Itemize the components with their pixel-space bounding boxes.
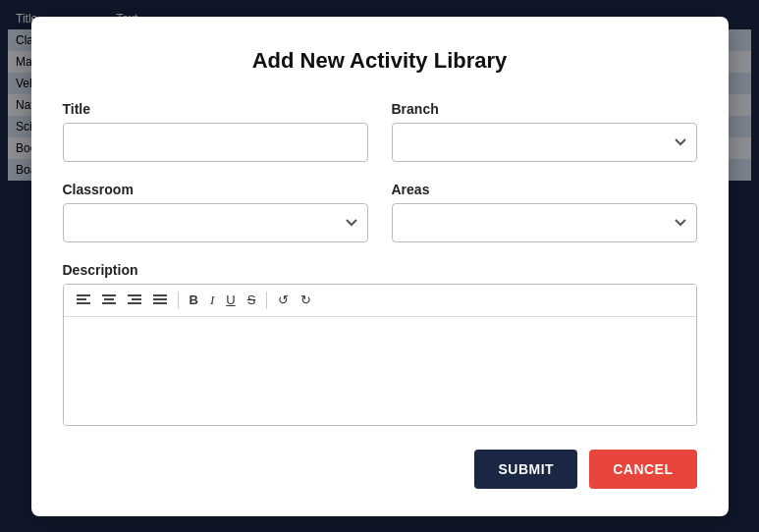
modal-overlay: Add New Activity Library Title Branch Cl… (0, 0, 759, 532)
description-label: Description (63, 262, 697, 278)
title-input[interactable] (63, 123, 368, 162)
submit-button[interactable]: SUBMIT (474, 450, 577, 489)
undo-button[interactable]: ↺ (273, 291, 294, 309)
toolbar-separator-2 (266, 292, 267, 309)
title-label: Title (63, 101, 368, 117)
areas-label: Areas (392, 182, 697, 197)
align-left-button[interactable] (72, 291, 95, 310)
form-row-classroom-areas: Classroom Areas (63, 182, 697, 242)
add-activity-library-modal: Add New Activity Library Title Branch Cl… (31, 17, 729, 516)
description-editor-wrapper: B I U S ↺ ↻ (63, 284, 697, 426)
modal-footer: SUBMIT CANCEL (63, 450, 697, 489)
classroom-select[interactable] (63, 203, 368, 242)
align-right-button[interactable] (123, 291, 146, 310)
areas-select[interactable] (392, 203, 697, 242)
form-row-title-branch: Title Branch (63, 101, 697, 162)
italic-button[interactable]: I (205, 291, 219, 309)
description-section: Description (63, 262, 697, 426)
modal-title: Add New Activity Library (63, 48, 697, 74)
align-justify-button[interactable] (148, 291, 172, 310)
form-group-title: Title (63, 101, 368, 162)
form-group-branch: Branch (392, 101, 697, 162)
redo-button[interactable]: ↻ (296, 291, 316, 309)
branch-label: Branch (392, 101, 697, 117)
align-center-button[interactable] (97, 291, 121, 310)
classroom-label: Classroom (63, 182, 368, 197)
branch-select[interactable] (392, 123, 697, 162)
editor-toolbar: B I U S ↺ ↻ (64, 285, 696, 317)
bold-button[interactable]: B (185, 291, 203, 309)
strikethrough-button[interactable]: S (243, 291, 261, 309)
form-group-classroom: Classroom (63, 182, 368, 242)
underline-button[interactable]: U (221, 291, 240, 309)
cancel-button[interactable]: CANCEL (589, 450, 696, 489)
form-group-areas: Areas (392, 182, 697, 242)
toolbar-separator-1 (178, 292, 179, 309)
description-editor-area[interactable] (64, 317, 696, 425)
